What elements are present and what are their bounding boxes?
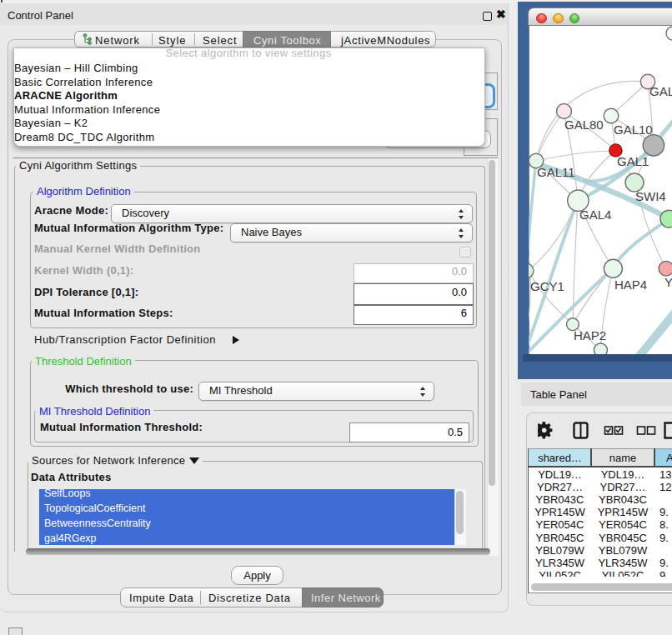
svg-text:HAP2: HAP2	[574, 328, 606, 342]
svg-text:Y: Y	[664, 275, 672, 289]
svg-text:GAL: GAL	[649, 84, 672, 98]
svg-text:SWI4: SWI4	[635, 189, 666, 203]
svg-text:HAP4: HAP4	[614, 278, 647, 292]
svg-text:GAL4: GAL4	[579, 208, 611, 222]
svg-text:GAL80: GAL80	[564, 118, 604, 132]
svg-text:GCY1: GCY1	[530, 279, 564, 293]
svg-text:GAL11: GAL11	[537, 165, 575, 179]
svg-text:GAL10: GAL10	[614, 122, 653, 137]
svg-text:GAL1: GAL1	[617, 154, 649, 168]
